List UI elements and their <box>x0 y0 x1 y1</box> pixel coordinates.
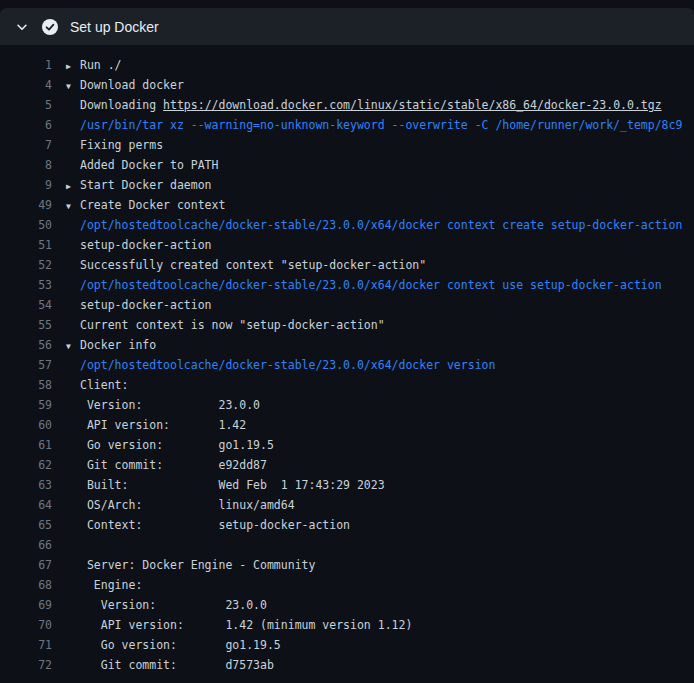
log-group-row[interactable]: 56▼Docker info <box>0 335 694 355</box>
log-row: 8Added Docker to PATH <box>0 155 694 175</box>
line-number[interactable]: 49 <box>0 195 52 215</box>
log-row: 69 Version: 23.0.0 <box>0 595 694 615</box>
line-number[interactable]: 54 <box>0 295 52 315</box>
log-text: Git commit: d7573ab <box>80 658 274 672</box>
log-group-row[interactable]: 49▼Create Docker context <box>0 195 694 215</box>
line-number[interactable]: 58 <box>0 375 52 395</box>
log-text: Version: 23.0.0 <box>80 398 260 412</box>
log-text: Context: setup-docker-action <box>80 518 350 532</box>
log-row: 71 Go version: go1.19.5 <box>0 635 694 655</box>
log-text: API version: 1.42 (minimum version 1.12) <box>80 618 412 632</box>
log-text: Git commit: e92dd87 <box>80 458 267 472</box>
group-label: Download docker <box>80 78 184 92</box>
log-group-row[interactable]: 1▶Run ./ <box>0 55 694 75</box>
line-number[interactable]: 1 <box>0 55 52 75</box>
log-row: 62 Git commit: e92dd87 <box>0 455 694 475</box>
log-text: API version: 1.42 <box>80 418 246 432</box>
line-number[interactable]: 66 <box>0 535 52 555</box>
log-row: 65 Context: setup-docker-action <box>0 515 694 535</box>
line-number[interactable]: 53 <box>0 275 52 295</box>
log-row: 64 OS/Arch: linux/amd64 <box>0 495 694 515</box>
log-text: Downloading <box>80 98 163 112</box>
log-row: 57/opt/hostedtoolcache/docker-stable/23.… <box>0 355 694 375</box>
log-row: 53/opt/hostedtoolcache/docker-stable/23.… <box>0 275 694 295</box>
log-row: 55Current context is now "setup-docker-a… <box>0 315 694 335</box>
line-number[interactable]: 9 <box>0 175 52 195</box>
line-number[interactable]: 56 <box>0 335 52 355</box>
log-text: Client: <box>80 378 128 392</box>
log-group-row[interactable]: 4▼Download docker <box>0 75 694 95</box>
log-row: 60 API version: 1.42 <box>0 415 694 435</box>
log-text: Successfully created context "setup-dock… <box>80 258 426 272</box>
log-link[interactable]: https://download.docker.com/linux/static… <box>163 98 662 112</box>
line-number[interactable]: 4 <box>0 75 52 95</box>
log-group-row[interactable]: 9▶Start Docker daemon <box>0 175 694 195</box>
group-label: Run ./ <box>80 58 122 72</box>
log-text: /opt/hostedtoolcache/docker-stable/23.0.… <box>80 218 682 232</box>
log-viewer-page: Set up Docker 1▶Run ./4▼Download docker5… <box>0 0 694 683</box>
log-row: 6/usr/bin/tar xz --warning=no-unknown-ke… <box>0 115 694 135</box>
log-text: Fixing perms <box>80 138 163 152</box>
chevron-down-icon[interactable] <box>14 19 30 35</box>
log-row: 52Successfully created context "setup-do… <box>0 255 694 275</box>
line-number[interactable]: 51 <box>0 235 52 255</box>
line-number[interactable]: 57 <box>0 355 52 375</box>
log-text: Current context is now "setup-docker-act… <box>80 318 385 332</box>
log-row: 54setup-docker-action <box>0 295 694 315</box>
line-number[interactable]: 72 <box>0 655 52 675</box>
group-collapsed-triangle-icon[interactable]: ▶ <box>66 57 80 75</box>
line-number[interactable]: 7 <box>0 135 52 155</box>
log-row: 58Client: <box>0 375 694 395</box>
success-check-icon <box>42 19 58 35</box>
group-label: Start Docker daemon <box>80 178 212 192</box>
line-number[interactable]: 64 <box>0 495 52 515</box>
log-row: 59 Version: 23.0.0 <box>0 395 694 415</box>
line-number[interactable]: 70 <box>0 615 52 635</box>
log-row: 50/opt/hostedtoolcache/docker-stable/23.… <box>0 215 694 235</box>
log-text: /opt/hostedtoolcache/docker-stable/23.0.… <box>80 358 495 372</box>
line-number[interactable]: 71 <box>0 635 52 655</box>
log-text: Version: 23.0.0 <box>80 598 267 612</box>
log-row: 63 Built: Wed Feb 1 17:43:29 2023 <box>0 475 694 495</box>
line-number[interactable]: 65 <box>0 515 52 535</box>
log-text: Go version: go1.19.5 <box>80 438 274 452</box>
group-label: Docker info <box>80 338 156 352</box>
line-number[interactable]: 63 <box>0 475 52 495</box>
log-row: 70 API version: 1.42 (minimum version 1.… <box>0 615 694 635</box>
group-collapsed-triangle-icon[interactable]: ▶ <box>66 177 80 195</box>
log-row: 66 <box>0 535 694 555</box>
log-text: Built: Wed Feb 1 17:43:29 2023 <box>80 478 385 492</box>
line-number[interactable]: 59 <box>0 395 52 415</box>
log-text: Added Docker to PATH <box>80 158 218 172</box>
log-text: OS/Arch: linux/amd64 <box>80 498 295 512</box>
group-expanded-triangle-icon[interactable]: ▼ <box>66 197 80 215</box>
line-number[interactable]: 8 <box>0 155 52 175</box>
line-number[interactable]: 62 <box>0 455 52 475</box>
line-number[interactable]: 60 <box>0 415 52 435</box>
line-number[interactable]: 69 <box>0 595 52 615</box>
line-number[interactable]: 67 <box>0 555 52 575</box>
line-number[interactable]: 68 <box>0 575 52 595</box>
log-text: /opt/hostedtoolcache/docker-stable/23.0.… <box>80 278 662 292</box>
step-header[interactable]: Set up Docker <box>0 8 694 45</box>
log-row: 7Fixing perms <box>0 135 694 155</box>
line-number[interactable]: 6 <box>0 115 52 135</box>
group-label: Create Docker context <box>80 198 225 212</box>
log-text: /usr/bin/tar xz --warning=no-unknown-key… <box>80 118 682 132</box>
log-row: 61 Go version: go1.19.5 <box>0 435 694 455</box>
log-text: setup-docker-action <box>80 298 212 312</box>
step-title: Set up Docker <box>70 19 159 35</box>
line-number[interactable]: 55 <box>0 315 52 335</box>
log-text: setup-docker-action <box>80 238 212 252</box>
log-row: 68 Engine: <box>0 575 694 595</box>
line-number[interactable]: 52 <box>0 255 52 275</box>
log-row: 72 Git commit: d7573ab <box>0 655 694 675</box>
line-number[interactable]: 50 <box>0 215 52 235</box>
group-expanded-triangle-icon[interactable]: ▼ <box>66 77 80 95</box>
line-number[interactable]: 61 <box>0 435 52 455</box>
log-row: 5Downloading https://download.docker.com… <box>0 95 694 115</box>
log-text: Engine: <box>80 578 142 592</box>
group-expanded-triangle-icon[interactable]: ▼ <box>66 337 80 355</box>
line-number[interactable]: 5 <box>0 95 52 115</box>
log-lines: 1▶Run ./4▼Download docker5Downloading ht… <box>0 45 694 675</box>
